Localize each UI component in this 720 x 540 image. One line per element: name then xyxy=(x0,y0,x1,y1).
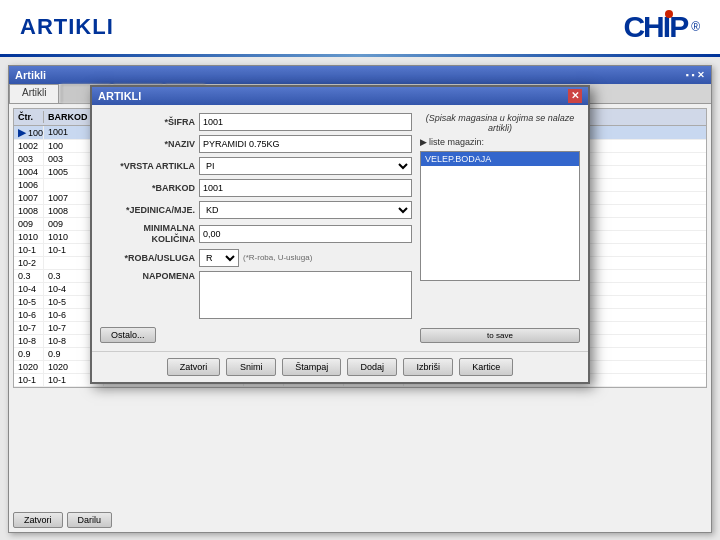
sifra-row: *ŠIFRA xyxy=(100,113,412,131)
ostalo-area: Ostalo... xyxy=(100,327,412,343)
zatvori-dialog-button[interactable]: Zatvori xyxy=(167,358,221,376)
dialog-right-panel: (Spisak magasina u kojima se nalaze arti… xyxy=(420,113,580,343)
tab-artikli[interactable]: Artikli xyxy=(9,84,59,103)
minimalna-row: MINIMALNAKOLIČINA xyxy=(100,223,412,245)
napomena-textarea[interactable] xyxy=(199,271,412,319)
header: ARTIKLI CHIP ® xyxy=(0,0,720,54)
roba-row: *ROBA/USLUGA R U (*R-roba, U-usluga) xyxy=(100,249,412,267)
logo-registered: ® xyxy=(691,20,700,34)
sifra-label: *ŠIFRA xyxy=(100,117,195,127)
vrsta-select[interactable]: PI Roba Usluga xyxy=(199,157,412,175)
darilu-bg-button[interactable]: Darilu xyxy=(67,512,113,528)
vrsta-row: *VRSTA ARTIKLA PI Roba Usluga xyxy=(100,157,412,175)
naziv-label: *NAZIV xyxy=(100,139,195,149)
liste-magazin-label: ▶ liste magazin: xyxy=(420,137,580,147)
barkod-row: *BARKOD xyxy=(100,179,412,197)
col-ctr: Čtr. xyxy=(14,111,44,123)
izbrisi-button[interactable]: Izbriši xyxy=(403,358,453,376)
snimi-button[interactable]: Snimi xyxy=(226,358,276,376)
arrow-icon: ▶ xyxy=(420,137,427,147)
barkod-input[interactable] xyxy=(199,179,412,197)
naziv-row: *NAZIV xyxy=(100,135,412,153)
dialog-title: ARTIKLI xyxy=(98,90,141,102)
ostalo-button[interactable]: Ostalo... xyxy=(100,327,156,343)
kartice-button[interactable]: Kartice xyxy=(459,358,513,376)
dialog-body: *ŠIFRA *NAZIV *VRSTA ARTIKLA PI Roba Usl… xyxy=(92,105,588,351)
liste-magazin-text: liste magazin: xyxy=(429,137,484,147)
minimalna-input[interactable] xyxy=(199,225,412,243)
roba-select[interactable]: R U xyxy=(199,249,239,267)
right-panel-label: (Spisak magasina u kojima se nalaze arti… xyxy=(420,113,580,133)
jedinica-row: *JEDINICA/MJE. KD KOM L xyxy=(100,201,412,219)
artikli-list-titlebar: Artikli ▪ ▪ ✕ xyxy=(9,66,711,84)
artikli-list-footer: Zatvori Darilu xyxy=(13,512,112,528)
napomena-label: NAPOMENA xyxy=(100,271,195,281)
dialog-footer: Zatvori Snimi Štampaj Dodaj Izbriši Kart… xyxy=(92,351,588,382)
minimalna-label: MINIMALNAKOLIČINA xyxy=(100,223,195,245)
dodaj-button[interactable]: Dodaj xyxy=(347,358,397,376)
sifra-input[interactable] xyxy=(199,113,412,131)
jedinica-select[interactable]: KD KOM L xyxy=(199,201,412,219)
page-title: ARTIKLI xyxy=(20,14,114,40)
roba-note: (*R-roba, U-usluga) xyxy=(243,253,312,262)
right-save-button[interactable]: to save xyxy=(420,328,580,343)
close-icon: ✕ xyxy=(571,91,579,101)
right-extra-buttons: to save xyxy=(420,328,580,343)
naziv-input[interactable] xyxy=(199,135,412,153)
stampaj-button[interactable]: Štampaj xyxy=(282,358,341,376)
logo-text: CHIP xyxy=(623,10,687,44)
zatvori-bg-button[interactable]: Zatvori xyxy=(13,512,63,528)
roba-label: *ROBA/USLUGA xyxy=(100,253,195,263)
artikli-dialog: ARTIKLI ✕ *ŠIFRA *NAZIV *VRSTA ARTIKLA xyxy=(90,85,590,384)
main-content: Artikli ▪ ▪ ✕ Artikli Čtr. BARKOD NAZIV … xyxy=(0,57,720,540)
artikli-list-title: Artikli xyxy=(15,69,46,81)
magazin-listbox[interactable]: VELEP.BODAJA xyxy=(420,151,580,281)
logo-area: CHIP ® xyxy=(623,10,700,44)
jedinica-label: *JEDINICA/MJE. xyxy=(100,205,195,215)
vrsta-label: *VRSTA ARTIKLA xyxy=(100,161,195,171)
napomena-row: NAPOMENA xyxy=(100,271,412,319)
dialog-close-button[interactable]: ✕ xyxy=(568,89,582,103)
dialog-form: *ŠIFRA *NAZIV *VRSTA ARTIKLA PI Roba Usl… xyxy=(100,113,412,343)
win-controls: ▪ ▪ ✕ xyxy=(686,70,705,80)
listbox-item[interactable]: VELEP.BODAJA xyxy=(421,152,579,166)
dialog-titlebar: ARTIKLI ✕ xyxy=(92,87,588,105)
barkod-label: *BARKOD xyxy=(100,183,195,193)
